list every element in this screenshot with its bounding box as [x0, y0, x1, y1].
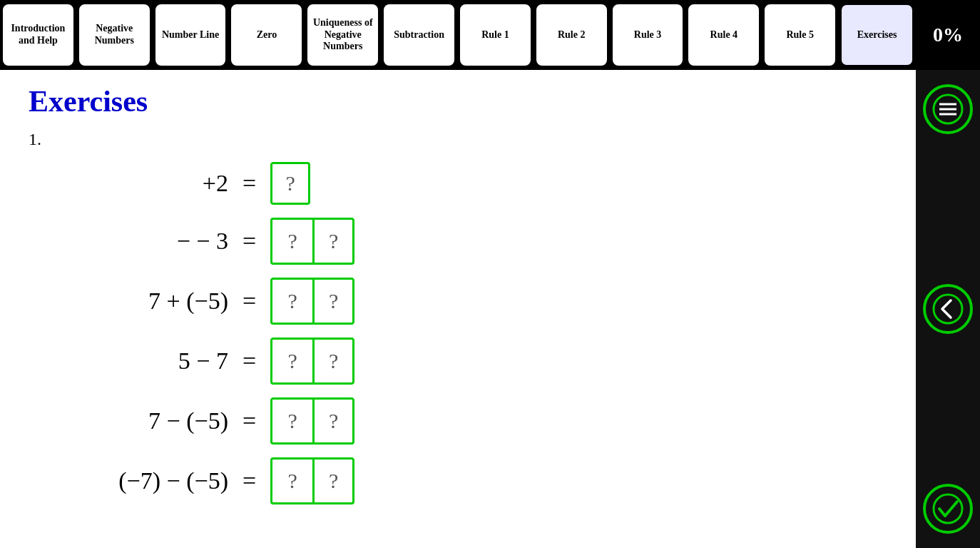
check-button[interactable]	[923, 484, 973, 534]
back-button[interactable]	[923, 284, 973, 334]
equation-equals-2: =	[243, 288, 256, 315]
nav-tab-zero[interactable]: Zero	[230, 3, 303, 67]
exercise-number: 1.	[29, 130, 887, 149]
answer-box-4-0[interactable]: ?	[272, 400, 312, 442]
answer-box-3-1[interactable]: ?	[312, 340, 352, 382]
nav-tab-rule3[interactable]: Rule 3	[611, 3, 685, 67]
nav-tab-rule1[interactable]: Rule 1	[459, 3, 532, 67]
menu-button[interactable]	[923, 84, 973, 134]
answer-box-container-5: ??	[270, 457, 354, 504]
nav-tab-rule4[interactable]: Rule 4	[687, 3, 760, 67]
equations-container: +2=?− − 3=??7 + (−5)=??5 − 7=??7 − (−5)=…	[29, 162, 887, 504]
equation-row-0: +2=?	[29, 162, 887, 205]
equation-equals-3: =	[243, 347, 256, 375]
answer-box-0-0[interactable]: ?	[270, 162, 310, 205]
nav-tab-subtraction[interactable]: Subtraction	[382, 3, 456, 67]
page-title: Exercises	[29, 84, 887, 118]
nav-bar: Introduction and HelpNegative NumbersNum…	[0, 0, 980, 70]
content-area: Exercises 1. +2=?− − 3=??7 + (−5)=??5 − …	[0, 70, 916, 548]
nav-tab-exercises[interactable]: Exercises	[839, 3, 914, 67]
equation-equals-1: =	[243, 228, 256, 255]
answer-box-container-3: ??	[270, 338, 354, 385]
nav-tab-rule5[interactable]: Rule 5	[763, 3, 837, 67]
answer-box-container-2: ??	[270, 278, 354, 325]
nav-tab-negative-numbers[interactable]: Negative Numbers	[78, 3, 151, 67]
equation-expression-1: − − 3	[29, 228, 228, 255]
nav-tab-number-line[interactable]: Number Line	[154, 3, 228, 67]
answer-box-2-0[interactable]: ?	[272, 280, 312, 323]
answer-box-1-0[interactable]: ?	[272, 220, 312, 263]
equation-equals-5: =	[243, 467, 256, 494]
equation-row-2: 7 + (−5)=??	[29, 278, 887, 325]
equation-expression-0: +2	[29, 170, 228, 197]
equation-expression-3: 5 − 7	[29, 347, 228, 375]
answer-box-5-1[interactable]: ?	[312, 460, 352, 502]
answer-box-container-4: ??	[270, 397, 354, 445]
equation-equals-0: =	[243, 170, 256, 197]
equation-expression-5: (−7) − (−5)	[29, 467, 228, 494]
equation-expression-4: 7 − (−5)	[29, 407, 228, 435]
answer-box-container-1: ??	[270, 218, 354, 265]
nav-tab-uniqueness[interactable]: Uniqueness of Negative Numbers	[306, 3, 379, 67]
progress-percent: 0%	[916, 0, 980, 70]
equation-row-3: 5 − 7=??	[29, 338, 887, 385]
equation-expression-2: 7 + (−5)	[29, 288, 228, 315]
svg-point-4	[934, 295, 962, 323]
answer-box-1-1[interactable]: ?	[312, 220, 352, 263]
answer-box-4-1[interactable]: ?	[312, 400, 352, 442]
equation-row-4: 7 − (−5)=??	[29, 397, 887, 445]
answer-box-2-1[interactable]: ?	[312, 280, 352, 323]
nav-tab-intro[interactable]: Introduction and Help	[1, 3, 75, 67]
answer-box-3-0[interactable]: ?	[272, 340, 312, 382]
nav-tab-rule2[interactable]: Rule 2	[535, 3, 608, 67]
equation-row-5: (−7) − (−5)=??	[29, 457, 887, 504]
main-area: Exercises 1. +2=?− − 3=??7 + (−5)=??5 − …	[0, 70, 980, 548]
right-sidebar	[916, 70, 980, 548]
equation-equals-4: =	[243, 407, 256, 435]
equation-row-1: − − 3=??	[29, 218, 887, 265]
answer-box-5-0[interactable]: ?	[272, 460, 312, 502]
